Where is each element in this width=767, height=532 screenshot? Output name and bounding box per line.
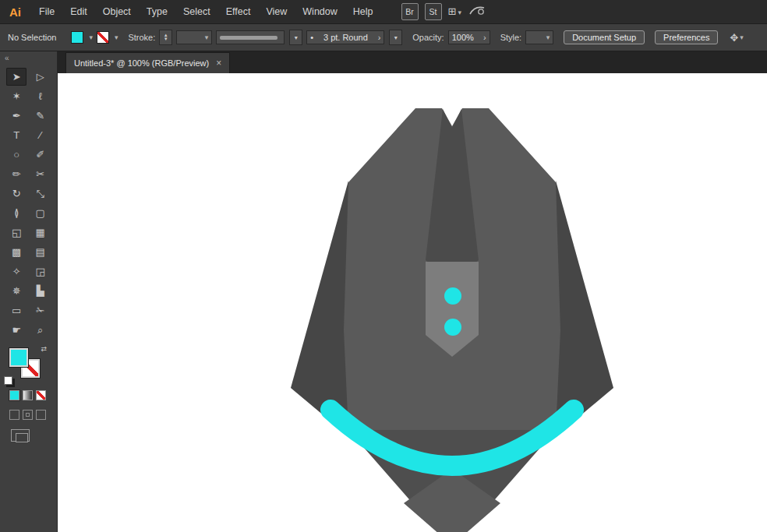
opacity-arrow-icon[interactable]: ›: [483, 33, 486, 42]
fill-stroke-widget: ⇄: [9, 348, 44, 381]
stock-button[interactable]: St: [425, 3, 442, 20]
chevron-down-icon: ▾: [740, 33, 744, 41]
scissors-tool[interactable]: ✂: [30, 165, 51, 183]
mesh-tool[interactable]: ▩: [6, 243, 27, 261]
color-button[interactable]: [9, 390, 19, 400]
fill-color-swatch[interactable]: [71, 31, 83, 44]
pen-tool[interactable]: ✒: [6, 107, 27, 125]
menu-effect[interactable]: Effect: [218, 6, 259, 17]
mouse-left-wing[interactable]: [291, 181, 348, 436]
stroke-chevron-icon[interactable]: ▾: [115, 33, 118, 41]
gradient-button[interactable]: [23, 390, 33, 400]
mouse-button-dot-bottom[interactable]: [444, 319, 461, 336]
perspective-grid-tool[interactable]: ▦: [30, 224, 51, 241]
default-fill-stroke-icon[interactable]: [4, 376, 12, 385]
ellipse-tool[interactable]: ○: [6, 146, 27, 164]
zoom-tool[interactable]: ⌕: [30, 321, 51, 339]
menu-items: FileEditObjectTypeSelectEffectViewWindow…: [31, 6, 381, 17]
selection-tool[interactable]: ➤: [6, 68, 27, 86]
menu-edit[interactable]: Edit: [62, 6, 95, 17]
free-transform-tool[interactable]: ▢: [30, 204, 51, 222]
brush-next-icon[interactable]: ›: [378, 33, 381, 42]
magic-wand-tool-icon: ✶: [12, 90, 21, 102]
paintbrush-tool-icon: ✐: [36, 149, 44, 160]
line-segment-tool[interactable]: ∕: [30, 126, 51, 144]
rotate-tool[interactable]: ↻: [6, 185, 27, 203]
type-tool[interactable]: T: [6, 126, 27, 144]
arrange-documents-button[interactable]: ⊞▾: [448, 6, 461, 17]
column-graph-tool-icon: ▙: [37, 285, 44, 297]
document-setup-button[interactable]: Document Setup: [564, 30, 645, 44]
opacity-value: 100%: [452, 33, 474, 42]
artboard-canvas[interactable]: [58, 73, 767, 532]
selection-tool-icon: ➤: [12, 71, 21, 83]
blend-tool[interactable]: ◲: [30, 262, 51, 280]
color-mode-row: [9, 390, 57, 400]
lasso-tool-icon: ℓ: [39, 90, 42, 102]
variable-width-profile-select[interactable]: [216, 30, 285, 44]
stroke-color-swatch[interactable]: [97, 31, 109, 44]
shape-builder-tool[interactable]: ◱: [6, 224, 27, 241]
workspace-switcher[interactable]: ✥ ▾: [730, 33, 743, 43]
pencil-tool[interactable]: ✏: [6, 165, 27, 183]
mouse-right-wing[interactable]: [556, 181, 613, 436]
none-button[interactable]: [36, 390, 46, 400]
hand-tool[interactable]: ☛: [6, 321, 27, 339]
brush-name: 3 pt. Round: [316, 33, 374, 42]
tools-panel: « ➤▷✶ℓ✒✎T∕○✐✏✂↻⤡≬▢◱▦▩▤✧◲✵▙▭✁☛⌕ ⇄: [0, 51, 58, 532]
stroke-weight-select[interactable]: ▾: [176, 30, 212, 44]
mouse-illustration: [58, 73, 767, 532]
menu-help[interactable]: Help: [345, 6, 381, 17]
bridge-button[interactable]: Br: [401, 3, 419, 20]
fill-swatch[interactable]: [9, 348, 28, 367]
draw-inside-button[interactable]: [36, 410, 46, 420]
menu-window[interactable]: Window: [295, 6, 345, 17]
artboard-tool[interactable]: ▭: [6, 301, 27, 319]
preferences-button[interactable]: Preferences: [655, 30, 718, 44]
tab-close-icon[interactable]: ×: [216, 58, 221, 69]
scale-tool-icon: ⤡: [37, 188, 44, 200]
brush-definition-chevron[interactable]: ▾: [389, 30, 402, 45]
draw-normal-button[interactable]: [9, 410, 19, 420]
document-tab-title: Untitled-3* @ 100% (RGB/Preview): [74, 58, 209, 68]
eyedropper-tool[interactable]: ✧: [6, 262, 27, 280]
gpu-performance-icon[interactable]: [468, 4, 486, 20]
mouse-button-dot-top[interactable]: [444, 287, 461, 305]
symbol-sprayer-tool[interactable]: ✵: [6, 282, 27, 300]
document-tab[interactable]: Untitled-3* @ 100% (RGB/Preview) ×: [65, 52, 230, 73]
stroke-weight-stepper[interactable]: ▲ ▼: [159, 30, 172, 45]
style-select[interactable]: ▾: [525, 30, 553, 44]
toolbar-collapse-button[interactable]: «: [0, 51, 57, 65]
direct-selection-tool[interactable]: ▷: [30, 68, 51, 86]
magic-wand-tool[interactable]: ✶: [6, 87, 27, 105]
width-tool-icon: ≬: [14, 207, 19, 219]
opacity-label: Opacity:: [412, 33, 444, 42]
swap-fill-stroke-icon[interactable]: ⇄: [41, 345, 47, 353]
width-profile-chevron[interactable]: ▾: [289, 30, 302, 45]
slice-tool[interactable]: ✁: [30, 301, 51, 319]
menu-file[interactable]: File: [31, 6, 62, 17]
paintbrush-tool[interactable]: ✐: [30, 146, 51, 164]
ellipse-tool-icon: ○: [13, 149, 19, 160]
gradient-tool-icon: ▤: [36, 246, 45, 258]
chevron-down-icon: ▾: [546, 33, 550, 41]
draw-behind-button[interactable]: [23, 410, 33, 420]
opacity-field[interactable]: 100% ›: [448, 30, 490, 44]
scale-tool[interactable]: ⤡: [30, 185, 51, 203]
width-tool[interactable]: ≬: [6, 204, 27, 222]
column-graph-tool[interactable]: ▙: [30, 282, 51, 300]
menu-type[interactable]: Type: [139, 6, 175, 17]
menu-view[interactable]: View: [258, 6, 295, 17]
menu-select[interactable]: Select: [175, 6, 218, 17]
screen-mode-button[interactable]: [11, 429, 30, 442]
fill-chevron-icon[interactable]: ▾: [89, 33, 93, 41]
brush-bullet-icon: •: [310, 33, 313, 42]
lasso-tool[interactable]: ℓ: [30, 87, 51, 105]
direct-selection-tool-icon: ▷: [37, 71, 44, 83]
brush-definition-field[interactable]: • 3 pt. Round ›: [306, 30, 384, 44]
style-label: Style:: [500, 33, 522, 42]
curvature-tool[interactable]: ✎: [30, 107, 51, 125]
gradient-tool[interactable]: ▤: [30, 243, 51, 261]
menu-object[interactable]: Object: [95, 6, 139, 17]
stepper-down-icon[interactable]: ▼: [164, 37, 168, 41]
